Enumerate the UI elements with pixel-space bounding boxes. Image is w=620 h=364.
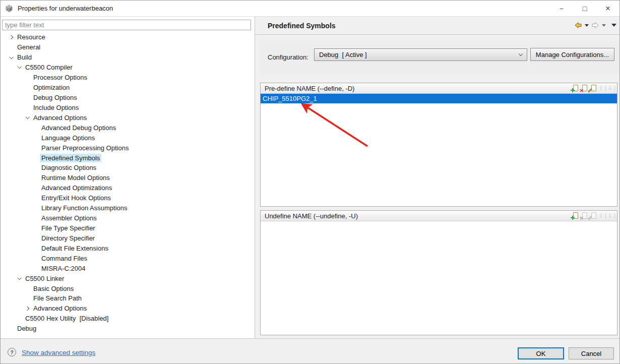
move-up-icon[interactable]: ⇧ — [598, 85, 604, 92]
tree-item-label: Build — [16, 53, 33, 62]
collapse-icon[interactable] — [8, 57, 16, 58]
configuration-label: Configuration: — [268, 53, 308, 61]
tree-item[interactable]: Basic Options — [1, 283, 255, 293]
tree-item[interactable]: C5500 Linker — [1, 273, 255, 283]
tree-item-label: Include Options — [32, 103, 80, 112]
tree-item-label: Entry/Exit Hook Options — [40, 194, 112, 202]
header-nav — [574, 22, 616, 29]
toolbar-separator — [605, 213, 606, 219]
tree-item[interactable]: Optimization — [1, 83, 255, 93]
tree-item[interactable]: Entry/Exit Hook Options — [1, 193, 255, 203]
tree-item[interactable]: C5500 Hex Utility [Disabled] — [1, 314, 255, 324]
back-icon[interactable] — [574, 22, 582, 29]
tree-item[interactable]: Advanced Options — [1, 304, 255, 314]
chevron-down-icon — [519, 51, 523, 55]
predefine-list[interactable]: CHIP_5510PG2_1 — [261, 94, 617, 103]
tree-item-label: Assembler Options — [40, 214, 98, 222]
tree-item[interactable]: Debug Options — [1, 93, 255, 103]
ok-button[interactable]: OK — [518, 347, 564, 359]
configuration-dropdown[interactable]: Debug [ Active ] — [314, 48, 527, 61]
filter-input[interactable] — [2, 20, 251, 30]
tree-item[interactable]: C5500 Compiler — [1, 63, 255, 73]
forward-menu-caret-icon[interactable] — [602, 24, 606, 27]
tree-item[interactable]: Directory Specifier — [1, 233, 255, 243]
tree-item[interactable]: Advanced Optimizations — [1, 183, 255, 193]
page-header: Predefined Symbols — [255, 17, 620, 35]
collapse-icon[interactable] — [16, 278, 24, 279]
tree-item-label: Advanced Options — [32, 304, 88, 313]
tree-item[interactable]: File Type Specifier — [1, 223, 255, 233]
view-menu-icon[interactable] — [611, 24, 616, 27]
tree-item[interactable]: Runtime Model Options — [1, 173, 255, 183]
tree-item-label: Processor Options — [32, 73, 89, 82]
move-up-icon[interactable]: ⇧ — [598, 212, 604, 219]
dialog-body: ResourceGeneralBuildC5500 CompilerProces… — [1, 17, 619, 338]
close-button[interactable]: × — [596, 1, 619, 16]
tree-item[interactable]: Parser Preprocessing Options — [1, 143, 255, 153]
symbol-list-item[interactable]: CHIP_5510PG2_1 — [261, 94, 617, 103]
tree-item-label: Resource — [16, 33, 47, 41]
expand-icon[interactable] — [24, 307, 32, 310]
edit-entry-icon[interactable] — [589, 85, 597, 92]
left-panel: ResourceGeneralBuildC5500 CompilerProces… — [1, 17, 255, 338]
tree-item[interactable]: Language Options — [1, 133, 255, 143]
tree-item[interactable]: File Search Path — [1, 293, 255, 304]
configuration-value: Debug [ Active ] — [319, 51, 367, 58]
tree-item-label: Parser Preprocessing Options — [40, 144, 130, 152]
tree-item[interactable]: MISRA-C:2004 — [1, 263, 255, 273]
properties-tree: ResourceGeneralBuildC5500 CompilerProces… — [1, 32, 255, 334]
manage-configurations-button[interactable]: Manage Configurations... — [530, 48, 614, 61]
show-advanced-settings-link[interactable]: Show advanced settings — [22, 349, 95, 356]
tree-item-label: Advanced Optimizations — [40, 184, 113, 192]
back-menu-caret-icon[interactable] — [585, 24, 589, 27]
tree-item[interactable]: General — [1, 42, 255, 52]
undefine-toolbar: ×⇧⇩ — [571, 212, 615, 219]
tree-item[interactable]: Predefined Symbols — [1, 153, 255, 163]
tree-item[interactable]: Resource — [1, 32, 255, 42]
tree-item-label: Debug Options — [32, 93, 79, 102]
tree-item[interactable]: Default File Extensions — [1, 243, 255, 253]
tree-item[interactable]: Command Files — [1, 253, 255, 263]
delete-entry-icon[interactable]: × — [580, 212, 588, 219]
tree-item[interactable]: Advanced Options — [1, 112, 255, 123]
move-down-icon[interactable]: ⇩ — [607, 85, 613, 92]
tree-item-label: Runtime Model Options — [40, 173, 111, 182]
predefine-group-header: Pre-define NAME (--define, -D) ×⇧⇩ — [261, 83, 617, 94]
tree-item[interactable]: Build — [1, 52, 255, 63]
tree-item-label: Predefined Symbols — [40, 154, 101, 162]
forward-icon[interactable] — [591, 22, 599, 29]
tree-item-label: Diagnostic Options — [40, 163, 98, 172]
tree-item[interactable]: Include Options — [1, 102, 255, 112]
add-entry-icon[interactable] — [571, 85, 579, 92]
edit-entry-icon[interactable] — [589, 212, 597, 219]
tree-item-label: Language Options — [40, 134, 96, 142]
tree-item[interactable]: Diagnostic Options — [1, 163, 255, 173]
help-icon[interactable]: ? — [8, 348, 16, 356]
tree-item-label: Optimization — [32, 83, 71, 92]
collapse-icon[interactable] — [16, 67, 24, 68]
tree-item[interactable]: Assembler Options — [1, 213, 255, 223]
window-controls: – □ × — [550, 1, 619, 16]
tree-item-label: C5500 Compiler — [24, 63, 74, 72]
undefine-group-title: Undefine NAME (--undefine, -U) — [265, 212, 358, 220]
expand-icon[interactable] — [8, 36, 16, 39]
button-bar: ? Show advanced settings OK Cancel — [1, 338, 619, 364]
add-entry-icon[interactable] — [571, 212, 579, 219]
undefine-group: Undefine NAME (--undefine, -U) ×⇧⇩ — [260, 210, 617, 335]
maximize-button[interactable]: □ — [573, 1, 596, 16]
tree-item[interactable]: Processor Options — [1, 73, 255, 83]
move-down-icon[interactable]: ⇩ — [607, 212, 613, 219]
cancel-button[interactable]: Cancel — [569, 347, 614, 359]
minimize-button[interactable]: – — [550, 1, 573, 16]
tree-item-label: Default File Extensions — [40, 244, 110, 253]
tree-item-label: Directory Specifier — [40, 234, 96, 242]
collapse-icon[interactable] — [24, 117, 32, 118]
tree-item[interactable]: Debug — [1, 324, 255, 334]
delete-entry-icon[interactable]: × — [580, 85, 588, 92]
tree-item-label: C5500 Hex Utility [Disabled] — [24, 314, 110, 323]
configuration-panel: Configuration: Debug [ Active ] Manage C… — [260, 41, 620, 74]
tree-item[interactable]: Library Function Assumptions — [1, 203, 255, 213]
tree-item-label: File Search Path — [32, 294, 83, 302]
undefine-group-header: Undefine NAME (--undefine, -U) ×⇧⇩ — [261, 211, 617, 221]
tree-item[interactable]: Advanced Debug Options — [1, 123, 255, 133]
